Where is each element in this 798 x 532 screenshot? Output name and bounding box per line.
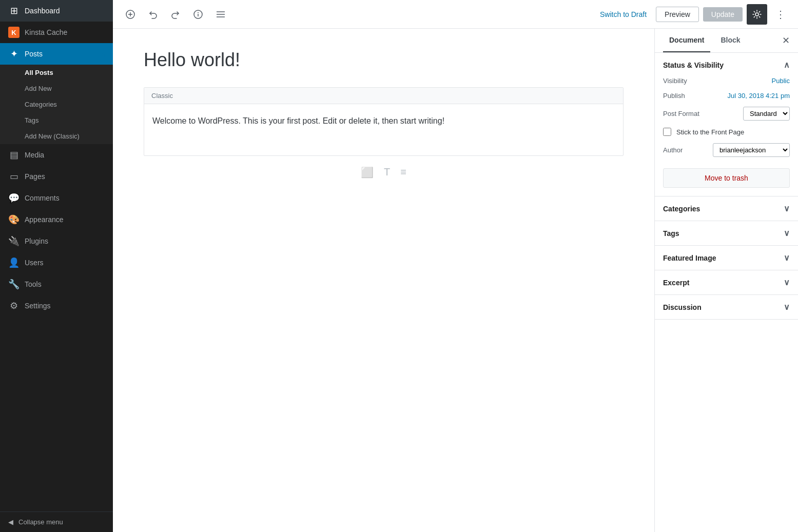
- sidebar-subitem-all-posts[interactable]: All Posts: [0, 65, 113, 81]
- panel-close-button[interactable]: ✕: [782, 36, 790, 45]
- sidebar: ⊞ Dashboard K Kinsta Cache ✦ Posts All P…: [0, 0, 113, 532]
- info-button[interactable]: [189, 5, 207, 24]
- sidebar-item-appearance[interactable]: 🎨 Appearance: [0, 209, 113, 230]
- post-format-select[interactable]: Standard Aside Image Video Quote Link: [743, 107, 790, 121]
- svg-point-5: [198, 12, 199, 13]
- undo-button[interactable]: [144, 5, 162, 24]
- visibility-row: Visibility Public: [663, 77, 790, 85]
- svg-point-9: [755, 13, 758, 16]
- status-visibility-title: Status & Visibility: [663, 61, 724, 69]
- categories-title: Categories: [663, 205, 700, 213]
- post-format-label: Post Format: [663, 110, 743, 117]
- accordion-header-discussion[interactable]: Discussion ∨: [655, 295, 798, 319]
- sidebar-subitem-tags[interactable]: Tags: [0, 112, 113, 128]
- sidebar-item-comments[interactable]: 💬 Comments: [0, 187, 113, 209]
- users-icon: 👤: [8, 257, 20, 268]
- accordion-tags: Tags ∨: [655, 221, 798, 246]
- visibility-value: Public: [772, 77, 790, 85]
- accordion-status-visibility: Status & Visibility ∧ Visibility Public …: [655, 53, 798, 196]
- chevron-down-discussion-icon: ∨: [784, 302, 790, 312]
- appearance-icon: 🎨: [8, 214, 20, 225]
- accordion-excerpt: Excerpt ∨: [655, 270, 798, 295]
- excerpt-title: Excerpt: [663, 279, 689, 287]
- add-block-button[interactable]: [121, 5, 140, 24]
- dashboard-icon: ⊞: [8, 5, 20, 16]
- collapse-menu-button[interactable]: ◀ Collapse menu: [0, 511, 113, 532]
- post-title[interactable]: Hello world!: [144, 49, 624, 71]
- visibility-label: Visibility: [663, 77, 772, 85]
- publish-value: Jul 30, 2018 4:21 pm: [728, 92, 790, 100]
- posts-icon: ✦: [8, 48, 20, 60]
- list-view-button[interactable]: [211, 5, 230, 24]
- visibility-link[interactable]: Public: [772, 77, 790, 85]
- chevron-down-featured-image-icon: ∨: [784, 253, 790, 263]
- pages-icon: ▭: [8, 171, 20, 182]
- preview-button[interactable]: Preview: [656, 7, 699, 22]
- move-to-trash-button[interactable]: Move to trash: [663, 168, 790, 188]
- insert-text-icon[interactable]: T: [384, 166, 390, 179]
- chevron-down-categories-icon: ∨: [784, 204, 790, 213]
- sidebar-item-pages[interactable]: ▭ Pages: [0, 166, 113, 187]
- chevron-down-excerpt-icon: ∨: [784, 278, 790, 287]
- switch-to-draft-button[interactable]: Switch to Draft: [595, 7, 652, 22]
- update-button[interactable]: Update: [703, 7, 743, 22]
- sidebar-subitem-add-new[interactable]: Add New: [0, 81, 113, 96]
- featured-image-title: Featured Image: [663, 254, 716, 262]
- accordion-header-excerpt[interactable]: Excerpt ∨: [655, 270, 798, 294]
- accordion-header-status-visibility[interactable]: Status & Visibility ∧: [655, 53, 798, 77]
- author-label: Author: [663, 146, 713, 154]
- publish-date-link[interactable]: Jul 30, 2018 4:21 pm: [728, 92, 790, 100]
- redo-button[interactable]: [166, 5, 185, 24]
- sidebar-item-users[interactable]: 👤 Users: [0, 252, 113, 273]
- sidebar-subitem-add-new-classic[interactable]: Add New (Classic): [0, 128, 113, 144]
- accordion-categories: Categories ∨: [655, 196, 798, 221]
- accordion-header-featured-image[interactable]: Featured Image ∨: [655, 246, 798, 270]
- stick-to-front-checkbox[interactable]: [663, 128, 671, 136]
- stick-to-front-label[interactable]: Stick to the Front Page: [676, 128, 744, 136]
- sidebar-item-posts[interactable]: ✦ Posts: [0, 43, 113, 65]
- author-select[interactable]: brianleejackson: [713, 143, 790, 157]
- publish-row: Publish Jul 30, 2018 4:21 pm: [663, 92, 790, 100]
- author-value: brianleejackson: [713, 143, 790, 157]
- plugins-icon: 🔌: [8, 235, 20, 247]
- comments-icon: 💬: [8, 192, 20, 204]
- author-row: Author brianleejackson: [663, 143, 790, 157]
- chevron-down-tags-icon: ∨: [784, 228, 790, 238]
- sidebar-item-media[interactable]: ▤ Media: [0, 144, 113, 166]
- tab-block[interactable]: Block: [714, 29, 746, 52]
- accordion-header-categories[interactable]: Categories ∨: [655, 196, 798, 221]
- main-area: Switch to Draft Preview Update ⋮ Hello w…: [113, 0, 798, 532]
- accordion-header-tags[interactable]: Tags ∨: [655, 221, 798, 245]
- settings-gear-button[interactable]: [747, 4, 767, 25]
- tab-document[interactable]: Document: [663, 29, 710, 52]
- tags-title: Tags: [663, 229, 679, 238]
- sidebar-item-dashboard[interactable]: ⊞ Dashboard: [0, 0, 113, 22]
- chevron-up-icon: ∧: [784, 60, 790, 70]
- tools-icon: 🔧: [8, 279, 20, 290]
- classic-block: Classic Welcome to WordPress. This is yo…: [144, 87, 624, 156]
- stick-to-front-row: Stick to the Front Page: [663, 128, 790, 136]
- post-format-row: Post Format Standard Aside Image Video Q…: [663, 107, 790, 121]
- kinsta-logo: K: [8, 27, 20, 38]
- accordion-discussion: Discussion ∨: [655, 295, 798, 320]
- sidebar-item-tools[interactable]: 🔧 Tools: [0, 273, 113, 295]
- classic-block-label: Classic: [144, 88, 623, 104]
- status-visibility-content: Visibility Public Publish Jul 30, 2018 4…: [655, 77, 798, 196]
- top-toolbar: Switch to Draft Preview Update ⋮: [113, 0, 798, 29]
- insert-list-icon[interactable]: ≡: [400, 166, 406, 179]
- sidebar-item-kinsta-cache[interactable]: K Kinsta Cache: [0, 22, 113, 43]
- right-panel: Document Block ✕ Status & Visibility ∧ V…: [654, 29, 798, 532]
- post-format-value: Standard Aside Image Video Quote Link: [743, 107, 790, 121]
- accordion-featured-image: Featured Image ∨: [655, 246, 798, 270]
- collapse-arrow-icon: ◀: [8, 518, 13, 526]
- editor-canvas: Hello world! Classic Welcome to WordPres…: [113, 29, 654, 532]
- block-tools: ⬜ T ≡: [144, 166, 624, 179]
- sidebar-item-settings[interactable]: ⚙ Settings: [0, 295, 113, 317]
- classic-block-body[interactable]: Welcome to WordPress. This is your first…: [144, 104, 623, 155]
- more-options-button[interactable]: ⋮: [771, 5, 790, 24]
- sidebar-item-plugins[interactable]: 🔌 Plugins: [0, 230, 113, 252]
- posts-subnav: All Posts Add New Categories Tags Add Ne…: [0, 65, 113, 144]
- publish-label: Publish: [663, 92, 728, 100]
- insert-image-icon[interactable]: ⬜: [361, 166, 374, 179]
- sidebar-subitem-categories[interactable]: Categories: [0, 96, 113, 112]
